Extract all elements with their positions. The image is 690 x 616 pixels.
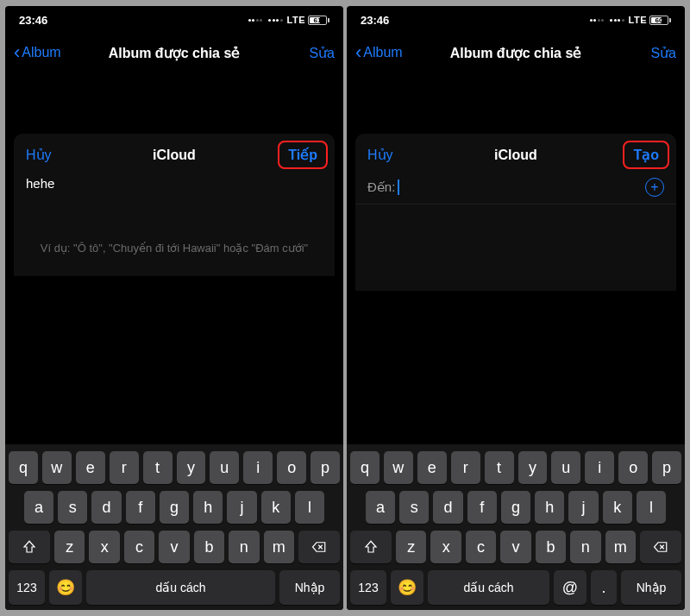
- key-m[interactable]: m: [264, 531, 294, 563]
- key-a[interactable]: a: [24, 491, 53, 524]
- emoji-icon: 😊: [398, 578, 417, 597]
- key-i[interactable]: i: [243, 451, 273, 484]
- battery-icon: 60: [649, 16, 671, 25]
- emoji-icon: 😊: [56, 578, 75, 597]
- key-d[interactable]: d: [91, 491, 121, 524]
- lte-label: LTE: [287, 15, 305, 25]
- key-f[interactable]: f: [467, 491, 497, 524]
- at-key[interactable]: @: [554, 570, 586, 605]
- enter-key[interactable]: Nhập: [279, 570, 340, 605]
- backspace-icon: [310, 539, 328, 555]
- next-button[interactable]: Tiếp: [278, 141, 328, 169]
- key-e[interactable]: e: [417, 451, 447, 484]
- key-s[interactable]: s: [58, 491, 87, 524]
- key-n[interactable]: n: [229, 531, 259, 563]
- key-x[interactable]: x: [430, 531, 461, 563]
- key-t[interactable]: t: [485, 451, 514, 484]
- key-w[interactable]: w: [384, 451, 413, 484]
- key-u[interactable]: u: [210, 451, 239, 484]
- key-e[interactable]: e: [76, 451, 105, 484]
- enter-key[interactable]: Nhập: [621, 570, 681, 605]
- key-d[interactable]: d: [433, 491, 462, 524]
- key-b[interactable]: b: [194, 531, 224, 563]
- key-b[interactable]: b: [536, 531, 566, 563]
- key-j[interactable]: j: [227, 491, 256, 524]
- icloud-modal: Hủy iCloud Tạo Đến: +: [355, 134, 676, 291]
- cancel-button[interactable]: Hủy: [26, 147, 52, 163]
- phone-screen-left: 23:46 LTE 61 ‹ Album Album được chia sẻ …: [5, 6, 343, 610]
- key-u[interactable]: u: [551, 451, 580, 484]
- key-x[interactable]: x: [89, 531, 119, 563]
- numbers-key[interactable]: 123: [350, 570, 386, 605]
- backspace-icon: [652, 539, 669, 555]
- plus-icon: +: [650, 180, 658, 194]
- signal-icon-2: [268, 19, 283, 22]
- key-h[interactable]: h: [535, 491, 564, 524]
- key-c[interactable]: c: [124, 531, 154, 563]
- delete-key[interactable]: [298, 531, 340, 563]
- cancel-button[interactable]: Hủy: [367, 147, 393, 163]
- emoji-key[interactable]: 😊: [49, 570, 82, 605]
- key-z[interactable]: z: [54, 531, 85, 563]
- input-hint: Ví dụ: "Ô tô", "Chuyến đi tới Hawaii" ho…: [14, 198, 335, 264]
- key-z[interactable]: z: [396, 531, 426, 563]
- status-right: LTE 60: [588, 15, 671, 25]
- shift-icon: [362, 539, 380, 555]
- key-k[interactable]: k: [261, 491, 291, 524]
- space-key[interactable]: dấu cách: [428, 570, 549, 605]
- key-c[interactable]: c: [466, 531, 496, 563]
- key-h[interactable]: h: [193, 491, 223, 524]
- shift-key[interactable]: [9, 531, 50, 563]
- create-button[interactable]: Tạo: [623, 141, 669, 169]
- modal-title: iCloud: [494, 148, 537, 163]
- key-r[interactable]: r: [451, 451, 480, 484]
- edit-button[interactable]: Sửa: [309, 45, 335, 61]
- album-name-input[interactable]: hehe: [26, 176, 323, 191]
- key-g[interactable]: g: [501, 491, 530, 524]
- key-o[interactable]: o: [618, 451, 648, 484]
- key-v[interactable]: v: [159, 531, 189, 563]
- key-o[interactable]: o: [277, 451, 306, 484]
- battery-icon: 61: [308, 16, 329, 25]
- page-title: Album được chia sẻ: [450, 45, 582, 61]
- key-f[interactable]: f: [126, 491, 155, 524]
- key-m[interactable]: m: [605, 531, 636, 563]
- key-p[interactable]: p: [652, 451, 681, 484]
- key-r[interactable]: r: [110, 451, 139, 484]
- numbers-key[interactable]: 123: [9, 570, 45, 605]
- signal-icon-2: [610, 19, 624, 22]
- space-key[interactable]: dấu cách: [86, 570, 275, 605]
- key-j[interactable]: j: [568, 491, 598, 524]
- key-q[interactable]: q: [350, 451, 380, 484]
- key-v[interactable]: v: [500, 531, 530, 563]
- key-y[interactable]: y: [518, 451, 548, 484]
- key-k[interactable]: k: [603, 491, 632, 524]
- back-button[interactable]: ‹ Album: [355, 43, 403, 62]
- key-l[interactable]: l: [637, 491, 666, 524]
- delete-key[interactable]: [640, 531, 681, 563]
- edit-button[interactable]: Sửa: [650, 45, 676, 61]
- key-q[interactable]: q: [9, 451, 38, 484]
- signal-icon: [590, 19, 605, 22]
- dot-key[interactable]: .: [591, 570, 617, 605]
- key-i[interactable]: i: [585, 451, 614, 484]
- key-p[interactable]: p: [310, 451, 340, 484]
- emoji-key[interactable]: 😊: [391, 570, 423, 605]
- back-button[interactable]: ‹ Album: [14, 43, 61, 62]
- key-w[interactable]: w: [42, 451, 72, 484]
- shift-key[interactable]: [350, 531, 392, 563]
- key-s[interactable]: s: [399, 491, 429, 524]
- to-field[interactable]: Đến:: [367, 179, 399, 195]
- status-time: 23:46: [19, 14, 47, 27]
- keyboard: q w e r t y u i o p a s d f g h j k l: [347, 444, 685, 610]
- status-time: 23:46: [361, 14, 389, 27]
- key-l[interactable]: l: [295, 491, 324, 524]
- add-contact-button[interactable]: +: [645, 178, 664, 197]
- key-g[interactable]: g: [160, 491, 189, 524]
- key-t[interactable]: t: [143, 451, 172, 484]
- key-y[interactable]: y: [177, 451, 206, 484]
- key-a[interactable]: a: [366, 491, 395, 524]
- key-n[interactable]: n: [570, 531, 600, 563]
- modal-title: iCloud: [153, 148, 196, 163]
- shift-icon: [21, 539, 38, 555]
